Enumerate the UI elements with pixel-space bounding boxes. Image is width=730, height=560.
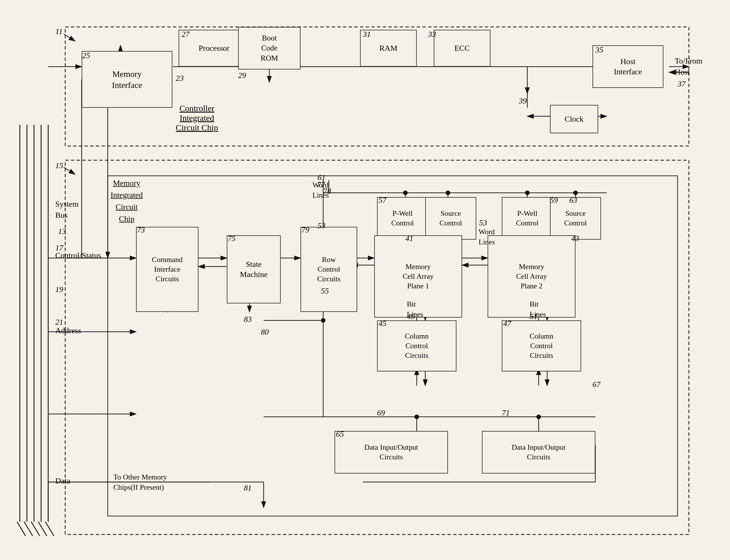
ref17-label: 17: [55, 243, 63, 252]
svg-line-14: [31, 522, 40, 536]
svg-line-16: [45, 522, 54, 536]
svg-point-52: [446, 191, 450, 195]
ref21-label: 21: [55, 318, 63, 327]
pwell-control2-block: P-Well Control: [502, 197, 553, 240]
ref37-label: 37: [678, 79, 685, 88]
ref47-label: 47: [503, 319, 511, 328]
system-bus-label: SystemBus: [55, 198, 79, 221]
svg-point-70: [414, 415, 419, 419]
ref13-label: 13: [58, 227, 66, 236]
boot-rom-block: Boot Code ROM: [238, 27, 301, 69]
svg-line-12: [17, 522, 26, 536]
ref39-label: 39: [519, 96, 527, 105]
ref79-label: 79: [301, 225, 309, 234]
ref27-label: 27: [182, 30, 189, 39]
ref73-label: 73: [137, 225, 145, 234]
source-control1-block: Source Control: [425, 197, 476, 240]
column-control1-block: Column Control Circuits: [377, 320, 456, 371]
ref65-label: 65: [336, 430, 344, 439]
ref53b-label: 53: [479, 218, 487, 227]
ref55-label: 55: [321, 286, 329, 295]
ref71-label: 71: [502, 408, 510, 417]
data-label: Data: [55, 476, 70, 485]
data-io2-block: Data Input/Output Circuits: [482, 431, 595, 474]
ref80-label: 80: [261, 327, 269, 337]
svg-line-87: [64, 34, 75, 41]
memory-ic-label: Memory Integrated Circuit Chip: [111, 177, 143, 225]
to-from-host-label: To/FromHost: [675, 55, 702, 77]
row-control-block: Row Control Circuits: [301, 227, 357, 312]
state-machine-block: State Machine: [227, 235, 281, 303]
ref29-label: 29: [238, 71, 246, 80]
diagram-container: Memory Interface Processor Boot Code ROM…: [11, 11, 719, 547]
ref33-label: 33: [428, 30, 436, 39]
ref83-label: 83: [244, 315, 252, 324]
ref51-label: 51: [529, 312, 537, 321]
ref43-label: 43: [571, 234, 579, 243]
ref75-label: 75: [228, 234, 236, 243]
to-other-chips-label: To Other MemoryChips(If Present): [113, 472, 167, 493]
svg-line-15: [38, 522, 47, 536]
svg-line-13: [24, 522, 33, 536]
ref31-label: 31: [363, 30, 371, 39]
command-interface-block: Command Interface Circuits: [136, 227, 199, 312]
word-lines2-label: WordLines: [478, 227, 495, 248]
svg-point-53: [525, 191, 529, 195]
ref45-label: 45: [378, 319, 386, 328]
ecc-block: ECC: [434, 30, 490, 67]
clock-block: Clock: [550, 105, 598, 133]
svg-point-76: [321, 318, 326, 323]
svg-point-54: [573, 191, 578, 195]
ref49-label: 49: [407, 312, 415, 321]
ref63-label: 63: [569, 196, 577, 205]
ref25-label: 25: [82, 51, 90, 60]
ref67-label: 67: [592, 380, 600, 389]
ref53a-label: 53: [318, 221, 326, 230]
ref59-label: 59: [550, 196, 558, 205]
data-io1-block: Data Input/Output Circuits: [335, 431, 448, 474]
address-label: Address: [55, 326, 81, 335]
ref69-label: 69: [377, 408, 385, 417]
svg-line-88: [64, 167, 75, 174]
ref81-label: 81: [244, 483, 252, 493]
ref78-label: 78: [323, 187, 331, 196]
memory-interface-block: Memory Interface: [82, 51, 172, 108]
ref19-label: 19: [55, 285, 63, 294]
ref35-label: 35: [595, 45, 603, 54]
svg-point-71: [536, 415, 541, 419]
ref41-label: 41: [405, 234, 413, 243]
ref23-label: 23: [176, 74, 184, 83]
svg-point-51: [403, 191, 408, 195]
column-control2-block: Column Control Circuits: [502, 320, 581, 371]
controller-ic-label: Controller Integrated Circuit Chip: [176, 103, 218, 132]
ref57-label: 57: [378, 196, 386, 205]
